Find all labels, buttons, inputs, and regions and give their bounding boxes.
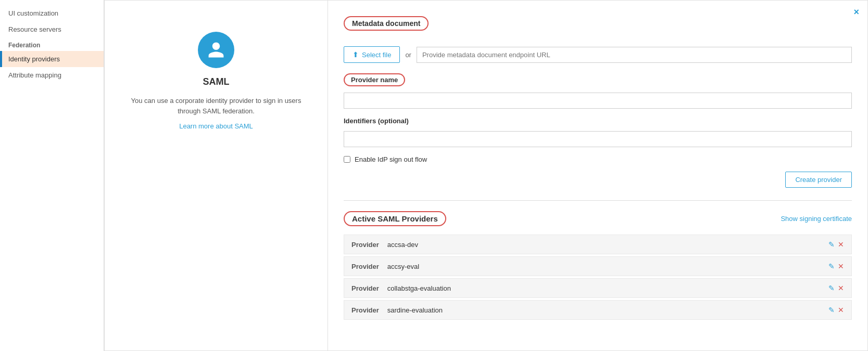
- provider-row: Provider sardine-evaluation ✎ ✕: [344, 300, 852, 320]
- provider-name-input[interactable]: [344, 93, 852, 109]
- or-text: or: [405, 51, 411, 59]
- provider-name-label: Provider name: [344, 73, 405, 86]
- providers-header: Active SAML Providers Show signing certi…: [344, 211, 852, 226]
- divider: [344, 200, 852, 201]
- enable-idp-checkbox[interactable]: [344, 156, 350, 163]
- edit-icon-1[interactable]: ✎: [828, 262, 835, 270]
- provider-name-2: collabstga-evaluation: [387, 284, 824, 292]
- identifiers-label: Identifiers (optional): [344, 117, 409, 125]
- provider-name-3: sardine-evaluation: [387, 306, 824, 314]
- delete-icon-3[interactable]: ✕: [838, 306, 844, 314]
- provider-actions-3: ✎ ✕: [828, 306, 844, 314]
- sidebar-item-label-identity-providers: Identity providers: [2, 51, 104, 67]
- provider-label-0: Provider: [351, 241, 379, 249]
- delete-icon-2[interactable]: ✕: [838, 284, 844, 292]
- provider-name-0: accsa-dev: [387, 241, 824, 249]
- edit-icon-0[interactable]: ✎: [828, 240, 835, 249]
- identifiers-input[interactable]: [344, 131, 852, 147]
- provider-row: Provider collabstga-evaluation ✎ ✕: [344, 278, 852, 298]
- edit-icon-2[interactable]: ✎: [828, 284, 835, 292]
- saml-avatar: [198, 32, 234, 68]
- provider-name-1: accsy-eval: [387, 263, 824, 270]
- saml-description: You can use a corporate identity provide…: [125, 96, 307, 116]
- sidebar-item-identity-providers[interactable]: Identity providers: [0, 51, 104, 67]
- saml-info-panel: SAML You can use a corporate identity pr…: [104, 0, 328, 351]
- user-icon: [207, 41, 225, 59]
- provider-actions-2: ✎ ✕: [828, 284, 844, 292]
- metadata-row: ⬆ Select file or: [344, 46, 852, 63]
- provider-label-3: Provider: [351, 306, 379, 314]
- saml-config-panel: × Metadata document ⬆ Select file or Pro…: [328, 0, 868, 351]
- sidebar-section-federation: Federation: [0, 37, 104, 51]
- sidebar-item-resource-servers[interactable]: Resource servers: [0, 21, 104, 37]
- enable-idp-label: Enable IdP sign out flow: [355, 155, 427, 163]
- select-file-button[interactable]: ⬆ Select file: [344, 46, 400, 63]
- delete-icon-0[interactable]: ✕: [838, 240, 844, 249]
- create-provider-row: Create provider: [344, 172, 852, 188]
- enable-idp-row: Enable IdP sign out flow: [344, 155, 852, 163]
- provider-row: Provider accsa-dev ✎ ✕: [344, 235, 852, 254]
- sidebar-item-ui-customization[interactable]: UI customization: [0, 5, 104, 21]
- providers-list: Provider accsa-dev ✎ ✕ Provider accsy-ev…: [344, 235, 852, 320]
- create-provider-button[interactable]: Create provider: [785, 172, 852, 188]
- metadata-document-label: Metadata document: [344, 16, 429, 31]
- delete-icon-1[interactable]: ✕: [838, 262, 844, 270]
- provider-label-1: Provider: [351, 263, 379, 270]
- learn-more-link[interactable]: Learn more about SAML: [179, 122, 253, 130]
- active-providers-title: Active SAML Providers: [344, 211, 446, 226]
- sidebar-item-attribute-mapping[interactable]: Attribute mapping: [0, 67, 104, 83]
- provider-actions-0: ✎ ✕: [828, 240, 844, 249]
- upload-icon: ⬆: [353, 50, 359, 59]
- saml-title: SAML: [203, 76, 230, 87]
- provider-label-2: Provider: [351, 284, 379, 292]
- url-input[interactable]: [417, 47, 852, 63]
- provider-row: Provider accsy-eval ✎ ✕: [344, 256, 852, 276]
- edit-icon-3[interactable]: ✎: [828, 306, 835, 314]
- sidebar: UI customization Resource servers Federa…: [0, 0, 104, 351]
- provider-actions-1: ✎ ✕: [828, 262, 844, 270]
- show-signing-certificate-link[interactable]: Show signing certificate: [781, 215, 852, 223]
- main-content: SAML You can use a corporate identity pr…: [104, 0, 868, 351]
- close-button[interactable]: ×: [853, 7, 859, 18]
